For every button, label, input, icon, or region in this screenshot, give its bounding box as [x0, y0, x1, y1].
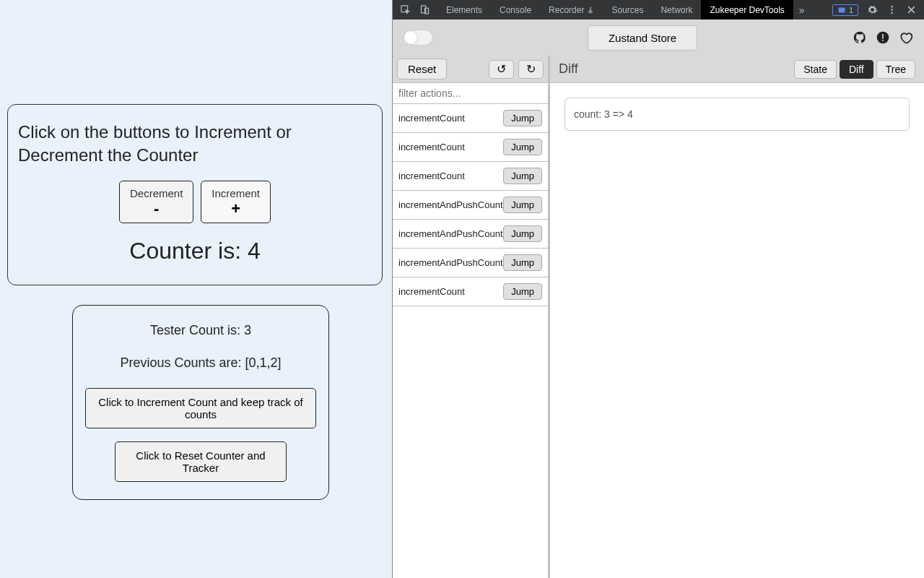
increment-label: Increment [212, 187, 260, 199]
action-row[interactable]: incrementCountJump [393, 133, 548, 162]
svg-rect-9 [882, 40, 884, 41]
action-row[interactable]: incrementAndPushCountJump [393, 220, 548, 249]
devtools-tab-bar: Elements Console Recorder Sources Networ… [393, 0, 924, 20]
jump-button[interactable]: Jump [503, 110, 542, 126]
devtools-main: Reset ↺ ↻ incrementCountJumpincrementCou… [393, 56, 924, 578]
jump-button[interactable]: Jump [503, 139, 542, 155]
svg-point-5 [891, 9, 893, 11]
issues-badge[interactable]: 1 [832, 4, 858, 16]
svg-rect-3 [838, 7, 845, 12]
tab-network[interactable]: Network [652, 0, 701, 20]
devtools-trailing-icons: 1 [832, 0, 924, 20]
device-toggle-icon[interactable] [419, 4, 430, 15]
reset-tracker-button[interactable]: Click to Reset Counter and Tracker [115, 441, 287, 482]
counter-card: Click on the buttons to Increment or Dec… [7, 104, 383, 285]
action-row[interactable]: incrementAndPushCountJump [393, 191, 548, 220]
heart-icon[interactable] [898, 30, 914, 46]
tab-console[interactable]: Console [491, 0, 540, 20]
jump-button[interactable]: Jump [503, 168, 542, 184]
tester-count-line: Tester Count is: 3 [84, 323, 317, 338]
diff-body: count: 3 => 4 [550, 83, 924, 145]
zustand-store-button[interactable]: Zustand Store [588, 25, 697, 51]
inspect-icon[interactable] [400, 4, 411, 15]
tester-card: Tester Count is: 3 Previous Counts are: … [72, 305, 329, 500]
action-row[interactable]: incrementCountJump [393, 162, 548, 191]
view-tabs: State Diff Tree [794, 60, 915, 79]
action-name: incrementCount [398, 142, 465, 152]
issues-count: 1 [849, 6, 853, 14]
step-forward-button[interactable]: ↻ [518, 60, 544, 79]
jump-button[interactable]: Jump [503, 283, 542, 300]
action-name: incrementCount [398, 286, 465, 297]
action-name: incrementAndPushCount [398, 257, 503, 268]
diff-title: Diff [559, 61, 578, 77]
decrement-label: Decrement [130, 187, 183, 199]
view-tab-tree[interactable]: Tree [876, 60, 915, 79]
devtools-panel: Elements Console Recorder Sources Networ… [392, 0, 924, 578]
store-toolbar-icons [852, 30, 914, 46]
alert-circle-icon[interactable] [875, 30, 891, 46]
svg-point-6 [891, 12, 893, 14]
action-name: incrementCount [398, 171, 465, 181]
action-name: incrementAndPushCount [398, 199, 503, 210]
dark-mode-toggle[interactable] [403, 30, 433, 46]
tab-recorder[interactable]: Recorder [540, 0, 603, 20]
jump-button[interactable]: Jump [503, 225, 542, 242]
increment-button[interactable]: Increment + [201, 181, 271, 223]
flask-icon [587, 7, 594, 14]
diff-content: count: 3 => 4 [565, 98, 910, 131]
counter-title: Click on the buttons to Increment or Dec… [18, 121, 372, 168]
reset-actions-button[interactable]: Reset [397, 59, 447, 79]
close-devtools-icon[interactable] [906, 4, 917, 15]
app-panel: Click on the buttons to Increment or Dec… [0, 0, 392, 578]
tab-sources[interactable]: Sources [603, 0, 652, 20]
plus-icon: + [212, 199, 260, 218]
action-row[interactable]: incrementCountJump [393, 277, 548, 306]
tab-recorder-label: Recorder [549, 5, 584, 15]
step-back-button[interactable]: ↺ [489, 60, 514, 79]
more-tabs-chevron-icon[interactable]: » [793, 0, 811, 20]
diff-column: Diff State Diff Tree count: 3 => 4 [550, 56, 924, 578]
decrement-button[interactable]: Decrement - [119, 181, 193, 223]
settings-gear-icon[interactable] [867, 4, 878, 15]
minus-icon: - [130, 199, 183, 218]
view-tab-diff[interactable]: Diff [840, 60, 873, 79]
action-list: incrementCountJumpincrementCountJumpincr… [393, 104, 548, 306]
jump-button[interactable]: Jump [503, 254, 542, 271]
actions-header: Reset ↺ ↻ [393, 56, 548, 83]
jump-button[interactable]: Jump [503, 197, 542, 213]
tab-zukeeper[interactable]: Zukeeper DevTools [701, 0, 793, 20]
svg-point-4 [891, 6, 893, 8]
action-row[interactable]: incrementCountJump [393, 104, 548, 133]
svg-rect-8 [882, 34, 884, 39]
kebab-menu-icon[interactable] [886, 4, 897, 15]
actions-column: Reset ↺ ↻ incrementCountJumpincrementCou… [393, 56, 550, 578]
tab-elements[interactable]: Elements [437, 0, 491, 20]
store-toolbar: Zustand Store [393, 20, 924, 56]
counter-value: Counter is: 4 [18, 238, 372, 264]
action-name: incrementAndPushCount [398, 228, 503, 239]
devtools-leading-icons [393, 0, 437, 20]
counter-buttons-row: Decrement - Increment + [18, 181, 372, 223]
github-icon[interactable] [852, 30, 868, 46]
action-name: incrementCount [398, 113, 465, 124]
view-tab-state[interactable]: State [794, 60, 837, 79]
filter-actions-input[interactable] [393, 83, 548, 104]
previous-counts-line: Previous Counts are: [0,1,2] [84, 355, 317, 371]
increment-track-button[interactable]: Click to Increment Count and keep track … [85, 388, 316, 428]
action-row[interactable]: incrementAndPushCountJump [393, 249, 548, 277]
diff-header: Diff State Diff Tree [550, 56, 924, 83]
